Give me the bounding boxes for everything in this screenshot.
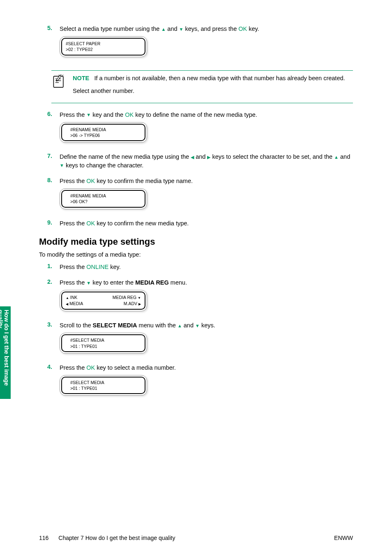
step9-text: Press the OK key to confirm the new medi… [60,219,353,227]
ok-key: OK [86,220,95,227]
side-tab-line1: How do I get the best image [3,310,9,396]
step6-text: Press the key and the OK key to define t… [60,111,353,119]
up-triangle-icon [178,324,182,328]
ok-key: OK [238,25,247,32]
ok-key: OK [86,178,95,184]
step7-text: Define the name of the new media type us… [60,153,353,169]
mod-step3-text: Scroll to the SELECT MEDIA menu with the… [60,321,353,329]
side-tab: How do I get the best image quality [0,306,11,399]
ok-key: OK [125,111,134,118]
lcd-line2: >01 : TYPE01 [70,343,141,349]
lcd-display: ▲ INK MEDIA REG ▼ ◀ MEDIA M.ADV ▶ [60,290,353,311]
page-number: 116 [39,535,48,541]
down-triangle-icon [86,281,91,285]
step-number: 2. [47,278,60,317]
note-sentence1: NOTE If a number is not available, then … [73,74,345,83]
step-number: 7. [47,153,60,173]
lcd-ink: ▲ INK [66,294,77,301]
mod-step4-text: Press the OK key to select a media numbe… [60,364,353,372]
lcd-line2: >06 OK? [70,199,141,204]
down-triangle-icon [179,27,184,32]
note-icon [51,74,66,89]
lcd-mediareg: MEDIA REG ▼ [113,294,141,301]
lcd-line2: >02 : TYPE02 [66,46,141,52]
online-key: ONLINE [86,264,108,270]
lcd-madv: M.ADV ▶ [124,301,141,307]
step-number: 6. [47,111,60,149]
up-triangle-icon [161,27,166,32]
down-triangle-icon [60,163,64,168]
lcd-line1: #RENAME MEDIA [70,193,141,199]
lcd-display: #RENAME MEDIA >06 OK? [60,188,353,209]
up-triangle-icon [334,155,339,160]
note-label: NOTE [73,75,89,81]
note-sentence2: Select another number. [73,87,345,95]
lcd-display: #SELECT PAPER >02 : TYPE02 [60,36,353,57]
left-triangle-icon [191,155,194,160]
step-number: 5. [47,25,60,63]
page-footer: 116 Chapter 7 How do I get the best imag… [39,535,353,541]
section-lead: To modify the settings of a media type: [39,251,353,258]
lcd-line1: #RENAME MEDIA [70,127,141,132]
step-number: 4. [47,364,60,402]
mod-step1-text: Press the ONLINE key. [60,263,353,271]
section-heading: Modify media type settings [39,236,353,247]
svg-line-8 [62,74,63,76]
mod-step2-text: Press the key to enter the MEDIA REG men… [60,278,353,287]
step5-text: Select a media type number using the and… [60,25,353,33]
lcd-display: #SELECT MEDIA >01 : TYPE01 [60,333,353,353]
media-reg-label: MEDIA REG [135,279,169,286]
step8-text: Press the OK key to confirm the media ty… [60,177,353,185]
lcd-display: #SELECT MEDIA >01 : TYPE01 [60,375,353,396]
chapter-title: Chapter 7 How do I get the best image qu… [58,535,175,541]
footer-right: ENWW [334,535,353,541]
step-number: 1. [47,263,60,274]
lcd-line1: #SELECT MEDIA [70,337,141,343]
down-triangle-icon [86,113,91,117]
step-number: 8. [47,177,60,215]
select-media-label: SELECT MEDIA [93,322,137,329]
lcd-line1: #SELECT PAPER [66,41,141,46]
lcd-line2: >01 : TYPE01 [70,385,141,391]
lcd-display: #RENAME MEDIA >06 -> TYPE06 [60,122,353,143]
lcd-line1: #SELECT MEDIA [70,380,141,385]
note-block: NOTE If a number is not available, then … [51,70,353,103]
lcd-line2: >06 -> TYPE06 [70,132,141,138]
down-triangle-icon [195,324,200,328]
step-number: 9. [47,219,60,231]
step-number: 3. [47,321,60,359]
svg-line-6 [59,74,60,76]
ok-key: OK [86,364,95,371]
lcd-media: ◀ MEDIA [66,301,83,307]
